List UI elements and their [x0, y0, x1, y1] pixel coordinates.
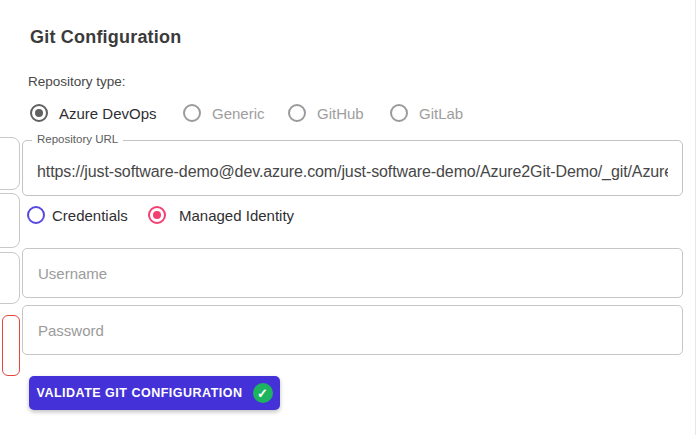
cropped-field-fragment-1 [0, 137, 20, 190]
radio-unselected-icon [288, 104, 306, 122]
radio-github[interactable]: GitHub [288, 104, 364, 122]
radio-gitlab-label: GitLab [419, 105, 463, 122]
radio-selected-icon [30, 104, 48, 122]
check-glyph: ✓ [257, 387, 268, 400]
radio-credentials-label: Credentials [52, 207, 128, 224]
radio-azure-devops-label: Azure DevOps [59, 105, 157, 122]
username-field [22, 248, 683, 298]
radio-generic[interactable]: Generic [183, 104, 265, 122]
radio-unselected-icon [27, 206, 45, 224]
repository-url-field: Repository URL [22, 140, 683, 196]
repository-type-label: Repository type: [28, 74, 126, 89]
radio-azure-devops[interactable]: Azure DevOps [30, 104, 157, 122]
username-input[interactable] [23, 249, 682, 297]
radio-managed-identity[interactable]: Managed Identity [148, 206, 294, 224]
page-title: Git Configuration [30, 27, 181, 48]
radio-credentials[interactable]: Credentials [27, 206, 128, 224]
check-circle-icon: ✓ [253, 383, 273, 403]
radio-selected-icon [148, 206, 166, 224]
cropped-field-fragment-2 [0, 193, 20, 248]
cropped-field-fragment-3 [0, 252, 20, 304]
validate-git-configuration-button[interactable]: VALIDATE GIT CONFIGURATION ✓ [29, 376, 280, 410]
repository-url-input[interactable] [23, 141, 682, 195]
password-input[interactable] [23, 306, 682, 354]
panel-divider [695, 0, 696, 435]
radio-gitlab[interactable]: GitLab [390, 104, 463, 122]
cropped-error-field-fragment [2, 315, 20, 376]
radio-managed-identity-label: Managed Identity [179, 207, 294, 224]
radio-unselected-icon [390, 104, 408, 122]
radio-generic-label: Generic [212, 105, 265, 122]
password-field [22, 305, 683, 355]
radio-github-label: GitHub [317, 105, 364, 122]
radio-unselected-icon [183, 104, 201, 122]
validate-button-label: VALIDATE GIT CONFIGURATION [36, 386, 242, 400]
